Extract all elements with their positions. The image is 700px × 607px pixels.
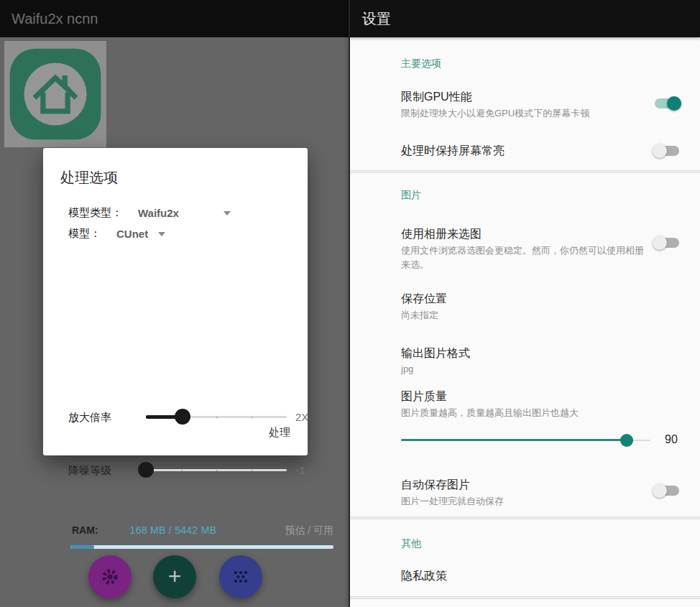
- gallery-toggle[interactable]: [653, 236, 681, 250]
- dots-grid-icon: [231, 567, 251, 587]
- setting-autosave-subtitle: 图片一处理完就自动保存: [401, 494, 504, 509]
- section-header-other: 其他: [401, 537, 421, 550]
- app-root: Waifu2x ncnn 处理选项 模型类型： Waifu2x 模型： CUne…: [0, 0, 700, 607]
- setting-output-format-value: jpg: [401, 362, 413, 376]
- process-options-dialog: 处理选项 模型类型： Waifu2x 模型： CUnet 放大倍率: [43, 148, 308, 455]
- setting-limit-gpu-subtitle: 限制处理块大小以避免GPU模式下的屏幕卡顿: [401, 106, 589, 121]
- denoise-label: 降噪等级: [68, 464, 111, 478]
- setting-quality-subtitle: 图片质量越高，质量越高且输出图片也越大: [401, 406, 579, 420]
- process-fab[interactable]: [219, 555, 262, 598]
- toggle-thumb: [653, 236, 667, 250]
- section-header-main: 主要选项: [401, 57, 441, 70]
- slider-tick: [252, 470, 253, 471]
- denoise-slider-thumb[interactable]: [138, 462, 154, 478]
- quality-slider[interactable]: [401, 433, 650, 448]
- home-icon: [8, 47, 103, 142]
- setting-save-location-title[interactable]: 保存位置: [401, 292, 447, 307]
- ram-progress-fill: [70, 545, 94, 549]
- dialog-title: 处理选项: [60, 168, 118, 187]
- setting-quality-title[interactable]: 图片质量: [401, 389, 447, 404]
- model-type-dropdown[interactable]: Waifu2x: [138, 207, 179, 219]
- slider-tick: [252, 417, 253, 418]
- settings-app-bar: 设置: [350, 0, 700, 37]
- setting-save-location-value: 尚未指定: [401, 308, 438, 323]
- toggle-thumb: [667, 96, 681, 111]
- process-button[interactable]: 处理: [267, 422, 292, 444]
- section-divider: [350, 516, 700, 519]
- toggle-thumb: [653, 483, 667, 498]
- setting-limit-gpu-title[interactable]: 限制GPU性能: [401, 90, 472, 105]
- plus-icon: +: [168, 565, 182, 588]
- autosave-toggle[interactable]: [653, 483, 681, 498]
- toggle-thumb: [653, 144, 667, 158]
- setting-gallery-title[interactable]: 使用相册来选图: [401, 227, 482, 242]
- setting-privacy-policy[interactable]: 隐私政策: [401, 569, 447, 584]
- model-label: 模型：: [68, 227, 101, 241]
- limit-gpu-toggle[interactable]: [653, 96, 681, 111]
- model-type-row: 模型类型： Waifu2x: [68, 206, 231, 220]
- ram-hint: 预估 / 可用: [285, 524, 333, 537]
- denoise-slider[interactable]: [146, 469, 287, 471]
- ram-value: 168 MB / 5442 MB: [130, 524, 217, 536]
- settings-pane: 设置 主要选项 限制GPU性能 限制处理块大小以避免GPU模式下的屏幕卡顿 处理…: [350, 0, 700, 607]
- settings-fab[interactable]: [88, 555, 132, 598]
- quality-value: 90: [665, 433, 678, 446]
- model-row: 模型： CUnet: [68, 227, 165, 241]
- denoise-value: -1: [295, 464, 305, 476]
- ram-row: RAM: 168 MB / 5442 MB 预估 / 可用: [72, 524, 333, 537]
- ram-label: RAM:: [72, 524, 98, 536]
- chevron-down-icon[interactable]: [158, 232, 165, 236]
- setting-autosave-title[interactable]: 自动保存图片: [401, 478, 470, 493]
- scale-slider[interactable]: [146, 416, 287, 418]
- scale-slider-row: 放大倍率 2X: [68, 409, 293, 426]
- left-app-bar-title: Waifu2x ncnn: [11, 0, 98, 37]
- scale-slider-thumb[interactable]: [175, 409, 190, 425]
- section-header-images: 图片: [401, 189, 421, 202]
- setting-keep-screen-title[interactable]: 处理时保持屏幕常亮: [401, 144, 505, 159]
- left-app-bar: Waifu2x ncnn: [0, 0, 350, 37]
- section-divider: [350, 170, 700, 173]
- slider-tick: [216, 470, 218, 471]
- gear-icon: [99, 566, 121, 588]
- setting-output-format-title[interactable]: 输出图片格式: [401, 346, 470, 361]
- model-dropdown[interactable]: CUnet: [116, 228, 148, 240]
- keep-screen-toggle[interactable]: [653, 144, 681, 158]
- ram-progress-bar: [70, 545, 333, 549]
- section-divider: [350, 596, 700, 599]
- slider-tick: [216, 417, 218, 418]
- slider-tick: [181, 470, 183, 471]
- quality-slider-fill: [401, 439, 627, 441]
- main-activity-pane: Waifu2x ncnn 处理选项 模型类型： Waifu2x 模型： CUne…: [0, 0, 350, 607]
- setting-gallery-subtitle: 使用文件浏览器选图会更稳定。然而，你仍然可以使用相册来选。: [401, 244, 645, 272]
- denoise-slider-row: 降噪等级 -1: [68, 462, 293, 479]
- settings-title: 设置: [362, 0, 391, 37]
- quality-slider-thumb[interactable]: [620, 434, 633, 447]
- scale-label: 放大倍率: [68, 411, 111, 425]
- scale-value: 2X: [295, 411, 308, 423]
- image-thumbnail[interactable]: [4, 41, 106, 147]
- model-type-label: 模型类型：: [68, 206, 122, 220]
- chevron-down-icon[interactable]: [224, 211, 231, 216]
- add-image-fab[interactable]: +: [153, 555, 196, 598]
